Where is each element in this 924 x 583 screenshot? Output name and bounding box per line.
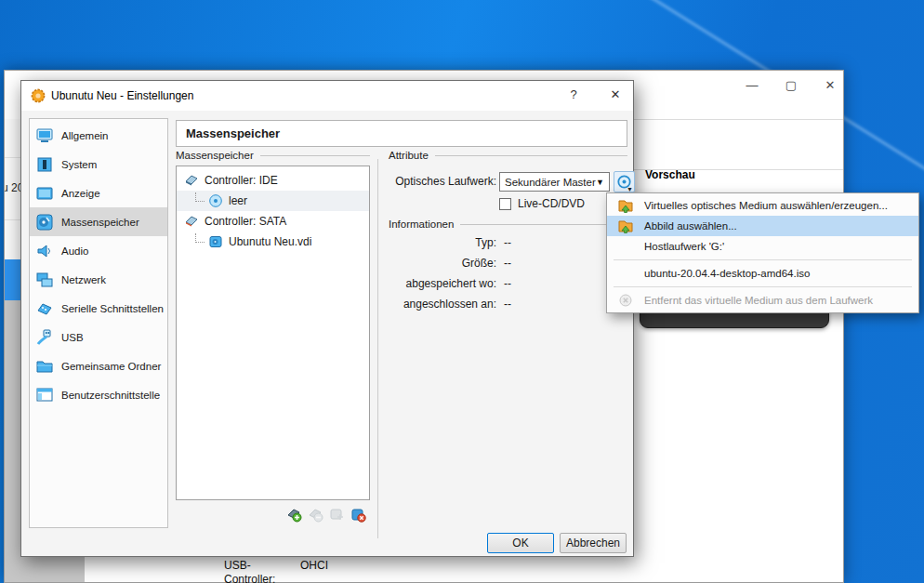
tree-row-label: Controller: IDE xyxy=(205,174,278,187)
group-label-line xyxy=(460,224,627,225)
info-value: -- xyxy=(496,294,511,314)
choose-optical-disk-button[interactable]: ▼ xyxy=(614,171,635,192)
storage-tree: Controller: IDE leer Controller: SATA xyxy=(176,166,370,500)
storage-group-label: Massenspeicher xyxy=(176,150,370,161)
info-row-typ: Typ: -- xyxy=(389,232,511,253)
tree-connector xyxy=(195,192,205,202)
info-label: abgespeichert wo: xyxy=(389,273,496,294)
group-label-text: Massenspeicher xyxy=(176,150,254,161)
info-row-groesse: Größe: -- xyxy=(389,253,511,273)
maximize-icon[interactable]: ▢ xyxy=(784,78,799,92)
sidebar-item-audio[interactable]: Audio xyxy=(30,236,167,265)
optical-drive-value: Sekundärer Master xyxy=(505,177,596,188)
sidebar-item-label: Massenspeicher xyxy=(61,217,139,228)
general-icon xyxy=(35,126,54,145)
remove-attachment-icon[interactable] xyxy=(350,507,366,523)
menu-item-choose-virtual-disk[interactable]: Virtuelles optisches Medium auswählen/er… xyxy=(607,195,918,216)
usb-details-panel: USB-Controller: OHCI Gerätefilter: 0 (0 … xyxy=(224,559,350,583)
group-label-line xyxy=(435,155,627,156)
optical-drive-select[interactable]: Sekundärer Master ▼ xyxy=(499,172,610,192)
choose-disk-file-icon xyxy=(607,218,644,234)
storage-toolbar xyxy=(176,507,370,523)
group-label-text: Informationen xyxy=(389,219,454,230)
usb-icon xyxy=(35,328,54,347)
tree-row-controller-sata[interactable]: Controller: SATA xyxy=(177,211,369,232)
sidebar-item-serielle-schnittstellen[interactable]: Serielle Schnittstellen xyxy=(30,294,167,323)
group-label-line xyxy=(260,155,370,156)
group-label-text: Attribute xyxy=(389,150,429,161)
optical-disc-icon xyxy=(208,193,223,208)
sidebar-item-usb[interactable]: USB xyxy=(30,323,167,351)
info-label: Größe: xyxy=(389,253,496,273)
sidebar-item-netzwerk[interactable]: Netzwerk xyxy=(30,265,167,294)
menu-separator xyxy=(614,286,912,287)
sidebar-item-massenspeicher[interactable]: Massenspeicher xyxy=(30,207,167,236)
menu-item-label: Hostlaufwerk 'G:' xyxy=(644,241,724,252)
detail-label: USB-Controller: xyxy=(224,559,300,583)
checkbox-box[interactable] xyxy=(499,198,511,210)
sidebar-item-label: Allgemein xyxy=(61,130,109,141)
sidebar-item-benutzerschnittstelle[interactable]: Benutzerschnittstelle xyxy=(30,380,167,409)
ok-button[interactable]: OK xyxy=(487,533,554,553)
tree-row-label: Ubunutu Neu.vdi xyxy=(229,235,311,248)
sata-controller-icon xyxy=(184,214,199,229)
serial-ports-icon xyxy=(35,299,54,318)
panel-divider xyxy=(377,159,378,538)
remove-disk-icon xyxy=(607,293,644,308)
sidebar-item-label: Gemeinsame Ordner xyxy=(61,361,161,372)
audio-icon xyxy=(35,242,54,260)
chevron-down-icon: ▼ xyxy=(596,178,609,187)
tree-row-label: leer xyxy=(229,194,247,207)
tree-row-ubunutu-neu-vdi[interactable]: Ubunutu Neu.vdi xyxy=(177,232,369,252)
ide-controller-icon xyxy=(184,173,199,188)
menu-separator xyxy=(614,259,912,260)
user-interface-icon xyxy=(35,386,54,404)
add-controller-icon[interactable] xyxy=(286,507,302,523)
close-button[interactable]: ✕ xyxy=(607,87,624,101)
optical-drive-label: Optisches Laufwerk: xyxy=(389,175,496,188)
settings-sidebar: Allgemein System Anzeige Masse xyxy=(29,118,168,528)
info-value: -- xyxy=(496,232,511,253)
live-cd-checkbox[interactable]: Live-CD/DVD xyxy=(499,197,585,210)
choose-disk-file-icon xyxy=(607,197,644,214)
sidebar-item-gemeinsame-ordner[interactable]: Gemeinsame Ordner xyxy=(30,351,167,380)
detail-value: OHCI xyxy=(300,559,328,583)
info-value: -- xyxy=(496,273,511,294)
sidebar-item-label: Anzeige xyxy=(61,188,100,199)
menu-item-hostlaufwerk[interactable]: Hostlaufwerk 'G:' xyxy=(607,236,918,257)
hard-disk-icon xyxy=(208,234,223,249)
cancel-button[interactable]: Abbrechen xyxy=(560,533,627,553)
help-button[interactable]: ? xyxy=(565,87,582,101)
display-icon xyxy=(35,184,54,203)
info-row-abgespeichert-wo: abgespeichert wo: -- xyxy=(389,273,511,294)
checkbox-label: Live-CD/DVD xyxy=(518,197,585,210)
menu-item-remove-medium[interactable]: Entfernt das virtuelle Medium aus dem La… xyxy=(607,290,918,311)
sidebar-item-label: Netzwerk xyxy=(61,274,106,285)
add-attachment-icon[interactable] xyxy=(329,507,345,523)
minimize-icon[interactable]: — xyxy=(745,78,759,92)
close-icon[interactable]: ✕ xyxy=(823,78,838,92)
info-group-label: Informationen xyxy=(389,219,627,230)
menu-item-ubuntu-iso[interactable]: ubuntu-20.04.4-desktop-amd64.iso xyxy=(607,263,918,284)
sidebar-item-anzeige[interactable]: Anzeige xyxy=(30,179,167,207)
dialog-title: Ubunutu Neu - Einstellungen xyxy=(51,89,193,102)
virtualbox-settings-icon xyxy=(31,88,46,103)
menu-item-abbild-auswaehlen[interactable]: Abbild auswählen... xyxy=(607,216,918,236)
sidebar-item-label: Benutzerschnittstelle xyxy=(61,390,160,401)
sidebar-item-label: System xyxy=(61,159,97,170)
sidebar-item-label: USB xyxy=(61,332,84,343)
info-row-angeschlossen-an: angeschlossen an: -- xyxy=(389,294,511,314)
tree-connector xyxy=(195,233,205,243)
info-value: -- xyxy=(496,253,511,273)
dialog-titlebar[interactable]: Ubunutu Neu - Einstellungen ? ✕ xyxy=(21,81,633,111)
sidebar-item-system[interactable]: System xyxy=(30,150,167,179)
sidebar-item-allgemein[interactable]: Allgemein xyxy=(30,121,167,150)
info-label: angeschlossen an: xyxy=(389,294,496,314)
system-icon xyxy=(35,155,54,174)
storage-icon xyxy=(35,213,54,232)
tree-row-controller-ide[interactable]: Controller: IDE xyxy=(177,170,369,191)
tree-row-label: Controller: SATA xyxy=(205,215,286,228)
info-label: Typ: xyxy=(389,232,496,253)
remove-controller-icon[interactable] xyxy=(308,507,323,523)
tree-row-leer[interactable]: leer xyxy=(177,191,369,211)
